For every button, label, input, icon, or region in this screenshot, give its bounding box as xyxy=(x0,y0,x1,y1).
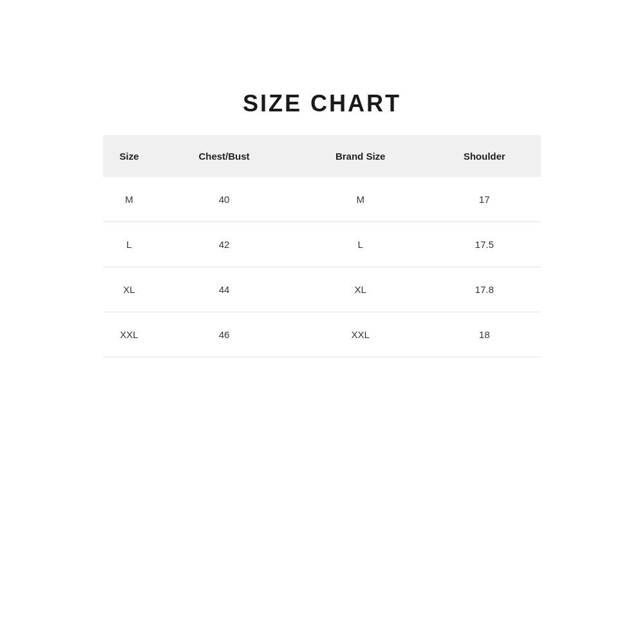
table-row: XL44XL17.8 xyxy=(103,267,541,312)
table-cell: L xyxy=(293,222,428,267)
size-chart-container: SIZE CHART SizeChest/BustBrand SizeShoul… xyxy=(103,90,541,357)
table-row: L42L17.5 xyxy=(103,222,541,267)
table-cell: M xyxy=(103,177,155,222)
table-cell: 17.5 xyxy=(428,222,541,267)
size-table: SizeChest/BustBrand SizeShoulder M40M17L… xyxy=(103,135,541,357)
table-cell: 46 xyxy=(155,312,293,357)
table-cell: 40 xyxy=(155,177,293,222)
table-body: M40M17L42L17.5XL44XL17.8XXL46XXL18 xyxy=(103,177,541,357)
table-cell: L xyxy=(103,222,155,267)
table-cell: 17 xyxy=(428,177,541,222)
table-cell: 18 xyxy=(428,312,541,357)
table-cell: XL xyxy=(293,267,428,312)
table-header-cell: Shoulder xyxy=(428,135,541,177)
page-title: SIZE CHART xyxy=(103,90,541,117)
table-header-cell: Brand Size xyxy=(293,135,428,177)
table-row: XXL46XXL18 xyxy=(103,312,541,357)
table-cell: 17.8 xyxy=(428,267,541,312)
table-cell: XXL xyxy=(103,312,155,357)
table-cell: 42 xyxy=(155,222,293,267)
table-cell: M xyxy=(293,177,428,222)
table-row: M40M17 xyxy=(103,177,541,222)
table-header-row: SizeChest/BustBrand SizeShoulder xyxy=(103,135,541,177)
table-cell: 44 xyxy=(155,267,293,312)
table-cell: XL xyxy=(103,267,155,312)
table-header-cell: Chest/Bust xyxy=(155,135,293,177)
table-header-cell: Size xyxy=(103,135,155,177)
table-cell: XXL xyxy=(293,312,428,357)
